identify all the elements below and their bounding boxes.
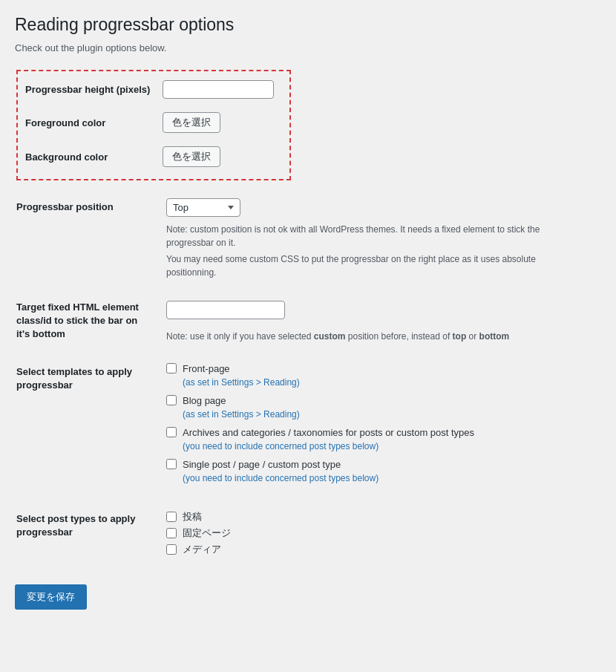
template-archives-row: Archives and categories / taxonomies for… — [166, 427, 600, 438]
template-blog-page-row: Blog page — [166, 395, 600, 406]
foreground-color-label: Foreground color — [25, 117, 163, 128]
progressbar-position-select[interactable]: Top Bottom Custom — [166, 198, 240, 217]
template-blog-page-subnote: (as set in Settings > Reading) — [183, 409, 600, 420]
foreground-color-button-label: 色を選択 — [172, 116, 211, 129]
template-archives-checkbox[interactable] — [166, 427, 177, 437]
target-html-note: Note: use it only if you have selected c… — [166, 330, 552, 343]
progressbar-height-label: Progressbar height (pixels) — [25, 84, 163, 95]
template-front-page-text: Front-page — [183, 363, 230, 374]
template-single-row: Single post / page / custom post type — [166, 459, 600, 470]
template-front-page-subnote: (as set in Settings > Reading) — [183, 377, 600, 388]
post-type-media-text: メディア — [183, 543, 221, 556]
background-color-label: Background color — [25, 151, 163, 163]
template-blog-page-text: Blog page — [183, 395, 226, 406]
template-front-page-checkbox[interactable] — [166, 363, 177, 373]
post-type-pages-checkbox[interactable] — [166, 528, 177, 538]
page-title: Reading progressbar options — [15, 15, 601, 35]
template-archives-text: Archives and categories / taxonomies for… — [183, 427, 474, 438]
progressbar-position-label: Progressbar position — [16, 189, 165, 288]
target-note-bold3: bottom — [479, 331, 510, 342]
background-color-button-label: 色を選択 — [172, 150, 211, 163]
background-color-button[interactable]: 色を選択 — [163, 146, 220, 167]
target-note-bold2: top — [453, 331, 467, 342]
post-type-pages-row: 固定ページ — [166, 526, 600, 540]
template-single-text: Single post / page / custom post type — [183, 459, 341, 470]
progressbar-height-input[interactable] — [163, 80, 274, 99]
save-button[interactable]: 変更を保存 — [15, 584, 87, 610]
post-type-posts-text: 投稿 — [183, 510, 202, 523]
post-type-posts-row: 投稿 — [166, 510, 600, 523]
template-single-checkbox[interactable] — [166, 459, 177, 469]
foreground-color-button[interactable]: 色を選択 — [163, 112, 220, 133]
position-note-1: Note: custom position is not ok with all… — [166, 223, 552, 249]
target-note-bold1: custom — [314, 331, 346, 342]
post-type-media-row: メディア — [166, 543, 600, 556]
select-templates-label: Select templates to apply progressbar — [16, 354, 165, 500]
template-archives-subnote: (you need to include concerned post type… — [183, 441, 600, 451]
template-front-page-row: Front-page — [166, 363, 600, 374]
target-html-input[interactable] — [166, 301, 285, 319]
template-single-subnote: (you need to include concerned post type… — [183, 473, 600, 483]
target-note-pre: Note: use it only if you have selected — [166, 331, 314, 342]
post-type-posts-checkbox[interactable] — [166, 512, 177, 522]
page-subtitle: Check out the plugin options below. — [15, 42, 601, 53]
target-note-mid: position before, instead of — [345, 331, 452, 342]
target-html-label: Target fixed HTML element class/id to st… — [16, 290, 165, 353]
position-note-2: You may need some custom CSS to put the … — [166, 252, 552, 279]
select-post-types-label: Select post types to apply progressbar — [16, 501, 165, 568]
template-blog-page-checkbox[interactable] — [166, 395, 177, 405]
post-type-media-checkbox[interactable] — [166, 544, 177, 555]
post-type-pages-text: 固定ページ — [183, 526, 231, 540]
target-note-or: or — [466, 331, 479, 342]
